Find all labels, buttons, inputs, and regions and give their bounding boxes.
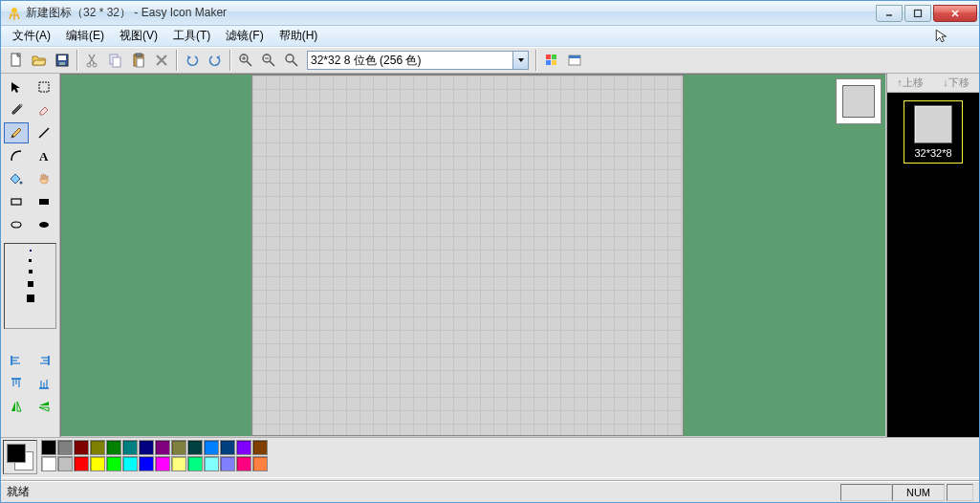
align-bottom-button[interactable] (32, 373, 56, 394)
new-button[interactable] (5, 49, 28, 72)
ellipse-filled-tool[interactable] (32, 214, 56, 235)
foreground-color (7, 444, 26, 463)
flip-vertical-button[interactable] (32, 396, 56, 417)
maximize-button[interactable] (904, 5, 931, 22)
format-thumbnail[interactable]: 32*32*8 (904, 100, 963, 164)
color-swatch[interactable] (171, 456, 186, 471)
status-bar: 就绪 NUM (1, 481, 979, 502)
color-swatch[interactable] (122, 456, 138, 471)
color-swatch[interactable] (41, 456, 56, 471)
color-swatch[interactable] (74, 440, 89, 455)
brush-size-3[interactable] (29, 270, 33, 273)
svg-point-21 (286, 55, 294, 62)
redo-button[interactable] (204, 49, 227, 72)
fg-bg-swatch[interactable] (3, 440, 37, 474)
color-swatch[interactable] (171, 440, 186, 455)
curve-tool[interactable] (4, 145, 29, 166)
zoom-in-button[interactable] (234, 49, 257, 72)
cut-button[interactable] (81, 49, 104, 72)
open-button[interactable] (28, 49, 51, 72)
color-swatch[interactable] (155, 456, 170, 471)
svg-point-33 (20, 182, 23, 185)
color-swatch[interactable] (236, 440, 251, 455)
copy-button[interactable] (104, 49, 127, 72)
menu-tools[interactable]: 工具(T) (165, 26, 218, 46)
svg-rect-34 (11, 199, 21, 205)
align-top-button[interactable] (4, 373, 29, 394)
svg-rect-2 (915, 10, 922, 16)
color-swatch[interactable] (122, 440, 138, 455)
color-swatch[interactable] (41, 440, 56, 455)
eraser-tool[interactable] (32, 99, 56, 120)
close-button[interactable] (933, 5, 977, 22)
zoom-actual-button[interactable] (280, 49, 303, 72)
color-options-button[interactable] (540, 49, 563, 72)
select-rect-tool[interactable] (32, 77, 56, 98)
fill-tool[interactable] (4, 168, 29, 189)
color-swatch[interactable] (204, 440, 219, 455)
ellipse-outline-tool[interactable] (4, 214, 29, 235)
save-button[interactable] (51, 49, 74, 72)
zoom-out-button[interactable] (257, 49, 280, 72)
thumbnail-preview (914, 105, 952, 143)
color-swatch[interactable] (57, 456, 73, 471)
hand-tool[interactable] (32, 168, 56, 189)
color-swatch[interactable] (90, 440, 105, 455)
brush-size-5[interactable] (27, 295, 34, 302)
menu-view[interactable]: 视图(V) (112, 26, 165, 46)
formats-panel: ↑上移 ↓下移 32*32*8 (886, 74, 979, 437)
undo-button[interactable] (181, 49, 204, 72)
menu-help[interactable]: 帮助(H) (272, 26, 326, 46)
canvas-area (60, 74, 886, 437)
brush-size-4[interactable] (28, 281, 33, 287)
svg-point-36 (11, 222, 21, 228)
color-swatch[interactable] (106, 456, 121, 471)
align-right-button[interactable] (32, 350, 56, 371)
color-swatch[interactable] (139, 456, 154, 471)
size-format-dropdown[interactable]: 32*32 8 位色 (256 色) (307, 51, 529, 70)
canvas-bg-left (61, 75, 251, 436)
line-tool[interactable] (32, 122, 56, 143)
color-swatch[interactable] (252, 456, 268, 471)
color-swatch[interactable] (74, 456, 89, 471)
color-swatch[interactable] (220, 456, 235, 471)
rect-filled-tool[interactable] (32, 191, 56, 212)
color-swatch[interactable] (90, 456, 105, 471)
brush-size-2[interactable] (29, 259, 32, 262)
brush-size-1[interactable] (30, 250, 32, 252)
color-swatch[interactable] (106, 440, 121, 455)
pixel-grid-canvas[interactable] (251, 75, 684, 436)
align-left-button[interactable] (4, 350, 29, 371)
svg-rect-28 (569, 55, 580, 58)
brush-size-panel[interactable] (4, 243, 56, 329)
svg-rect-13 (137, 58, 143, 67)
color-swatch[interactable] (139, 440, 154, 455)
move-down-button[interactable]: ↓下移 (943, 76, 969, 90)
color-swatch[interactable] (187, 440, 203, 455)
pencil-tool[interactable] (4, 122, 29, 143)
paste-button[interactable] (127, 49, 150, 72)
svg-rect-25 (546, 60, 551, 65)
eyedropper-tool[interactable] (4, 99, 29, 120)
select-arrow-tool[interactable] (4, 77, 29, 98)
options-button[interactable] (563, 49, 586, 72)
color-swatch[interactable] (204, 456, 219, 471)
flip-horizontal-button[interactable] (4, 396, 29, 417)
color-swatch[interactable] (236, 456, 251, 471)
app-icon (7, 6, 22, 21)
title-bar: 新建图标（32 * 32） - Easy Icon Maker (1, 1, 979, 26)
menu-edit[interactable]: 编辑(E) (58, 26, 112, 46)
color-swatch[interactable] (155, 440, 170, 455)
svg-point-37 (39, 222, 49, 228)
color-swatch[interactable] (252, 440, 268, 455)
color-swatch[interactable] (187, 456, 203, 471)
color-swatch[interactable] (220, 440, 235, 455)
move-up-button[interactable]: ↑上移 (897, 76, 924, 90)
minimize-button[interactable] (876, 5, 903, 22)
text-tool[interactable]: A (32, 145, 56, 166)
color-swatch[interactable] (57, 440, 73, 455)
delete-button[interactable] (150, 49, 173, 72)
menu-filter[interactable]: 滤镜(F) (218, 26, 271, 46)
menu-file[interactable]: 文件(A) (5, 26, 58, 46)
rect-outline-tool[interactable] (4, 191, 29, 212)
